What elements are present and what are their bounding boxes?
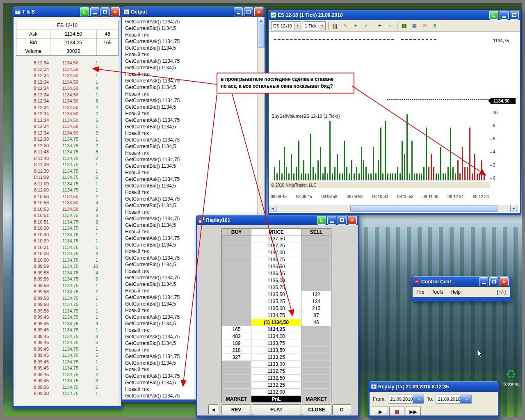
cc-titlebar[interactable]: Control Cent... × (413, 276, 510, 287)
output-titlebar[interactable]: Output × (122, 7, 265, 17)
dom-buy-cell[interactable] (222, 277, 251, 284)
dom-sell-cell[interactable]: 132 (301, 291, 331, 298)
instrument-select[interactable]: ES 12-10▼ (271, 21, 301, 30)
pencil-icon[interactable]: ✎ (341, 21, 350, 30)
menu-item-help[interactable]: Help (447, 289, 464, 295)
output-close-button[interactable]: × (254, 7, 263, 16)
dom-sell-cell[interactable] (301, 361, 331, 368)
market-sell-button[interactable]: MARKET (301, 396, 331, 403)
cc-maximize-button[interactable] (489, 277, 498, 286)
dom-buy-cell[interactable]: 483 (222, 333, 251, 340)
replay-titlebar[interactable]: Replay (1x) 21.09.2010 8:12:35 (370, 381, 498, 392)
dom-buy-cell[interactable]: 218 (222, 347, 251, 354)
dom-sell-cell[interactable]: 87 (301, 312, 331, 319)
dom-buy-cell[interactable] (222, 319, 251, 326)
dom-sell-cell[interactable] (301, 277, 331, 284)
replay-play-button[interactable]: ▶ (373, 406, 388, 415)
dom-buy-cell[interactable] (222, 242, 251, 249)
rev-button[interactable]: REV (221, 404, 251, 415)
dom-sell-cell[interactable]: 46 (301, 319, 331, 326)
output-maximize-button[interactable] (244, 7, 253, 16)
dom-minimize-button[interactable] (327, 216, 336, 225)
dom-buy-cell[interactable] (222, 389, 251, 396)
dom-sell-cell[interactable] (301, 263, 331, 270)
chart-link-button[interactable]: L (489, 11, 498, 20)
price-axis[interactable]: 1134,75 1134,50 1086420 (490, 32, 516, 193)
dom-link-button[interactable]: L (317, 216, 326, 225)
dom-buy-cell[interactable] (222, 263, 251, 270)
chart-horizontal-scrollbar[interactable]: ◄ ► (269, 205, 518, 212)
dom-extra-button[interactable]: C (332, 404, 351, 415)
menu-item-plusminus[interactable]: [+/-] (493, 289, 510, 295)
dom-buy-cell[interactable]: 189 (222, 340, 251, 347)
to-date-select[interactable]: 21.09.2010▼ (436, 395, 472, 404)
zoom-icon[interactable]: ○ (386, 21, 395, 30)
dom-sell-cell[interactable] (301, 375, 331, 382)
dom-sell-cell[interactable] (301, 256, 331, 263)
pointer-add-icon[interactable]: + (352, 21, 360, 30)
chart-maximize-button[interactable] (510, 11, 519, 20)
scroll-thumb[interactable] (350, 205, 498, 212)
dom-sell-cell[interactable] (301, 354, 331, 361)
menu-item-tools[interactable]: Tools (428, 289, 447, 295)
dom-buy-cell[interactable] (222, 256, 251, 263)
chart-minimize-button[interactable] (500, 11, 509, 20)
dom-buy-cell[interactable] (222, 298, 251, 305)
chart-titlebar[interactable]: ES 12-10 (1 Tick) 21.09.2010 L (269, 10, 520, 20)
dom-buy-cell[interactable] (222, 361, 251, 368)
scroll-thumb[interactable] (258, 24, 265, 48)
from-date-select[interactable]: 21.09.2010▼ (388, 395, 424, 404)
dom-scroll-left-button[interactable]: ◄ (208, 404, 218, 415)
tns-close-button[interactable]: × (111, 7, 120, 16)
dom-buy-cell[interactable]: 165 (222, 326, 251, 333)
interval-select[interactable]: 1 Tick▼ (303, 21, 326, 30)
chart-plot-area[interactable]: BuySellVolume(ES 12-10 (1 Tick)) © 2010 … (269, 32, 490, 193)
dom-sell-cell[interactable] (301, 347, 331, 354)
tns-minimize-button[interactable] (90, 7, 99, 16)
dom-sell-cell[interactable] (301, 340, 331, 347)
dom-buy-cell[interactable] (222, 270, 251, 277)
dom-buy-cell[interactable] (222, 305, 251, 312)
flat-button[interactable]: FLAT (252, 404, 301, 415)
dom-sell-cell[interactable] (301, 242, 331, 249)
output-minimize-button[interactable] (234, 7, 243, 16)
menu-item-file[interactable]: File (413, 289, 428, 295)
cc-minimize-button[interactable] (479, 277, 488, 286)
tns-maximize-button[interactable] (100, 7, 110, 16)
scroll-right-icon[interactable]: ► (510, 205, 517, 212)
dom-sell-cell[interactable] (301, 249, 331, 256)
dom-buy-cell[interactable] (222, 368, 251, 375)
grid-panel-icon[interactable]: ▦ (410, 21, 419, 30)
dom-sell-cell[interactable] (301, 382, 331, 389)
dom-sell-cell[interactable] (301, 389, 331, 396)
dom-sell-cell[interactable] (301, 270, 331, 277)
dom-titlebar[interactable]: Replay101 L × (197, 215, 358, 225)
dom-sell-cell[interactable] (301, 284, 331, 291)
replay-fast-forward-button[interactable]: ▶▶ (406, 406, 421, 415)
dom-sell-cell[interactable]: 215 (301, 305, 331, 312)
market-buy-button[interactable]: MARKET (222, 396, 251, 403)
crosshair-icon[interactable]: ＋ (376, 21, 384, 30)
close-position-button[interactable]: CLOSE (302, 404, 331, 415)
arrow-icon[interactable]: ↗ (362, 21, 370, 30)
dollar-icon[interactable]: $ (431, 21, 439, 30)
recycle-bin-icon[interactable]: ♻ Корзина (500, 368, 522, 386)
dom-buy-cell[interactable]: 327 (222, 354, 251, 361)
dom-buy-cell[interactable] (222, 312, 251, 319)
chart-style-icon[interactable]: ▮▮ (400, 21, 409, 30)
cc-close-button[interactable]: × (500, 277, 509, 286)
dom-sell-cell[interactable] (301, 326, 331, 333)
dom-buy-cell[interactable] (222, 375, 251, 382)
dom-buy-cell[interactable] (222, 291, 251, 298)
dom-buy-cell[interactable] (222, 284, 251, 291)
scroll-left-icon[interactable]: ◄ (269, 205, 276, 212)
dom-buy-cell[interactable] (222, 382, 251, 389)
dom-buy-cell[interactable] (222, 249, 251, 256)
replay-pause-button[interactable] (389, 406, 404, 415)
tns-titlebar[interactable]: T & S L × (14, 7, 121, 17)
tns-link-button[interactable]: L (80, 7, 89, 16)
dom-sell-cell[interactable] (301, 368, 331, 375)
scroll-up-icon[interactable]: ▲ (258, 17, 265, 24)
snapshot-icon[interactable]: ✉ (420, 21, 429, 30)
dom-sell-cell[interactable]: 134 (301, 298, 331, 305)
